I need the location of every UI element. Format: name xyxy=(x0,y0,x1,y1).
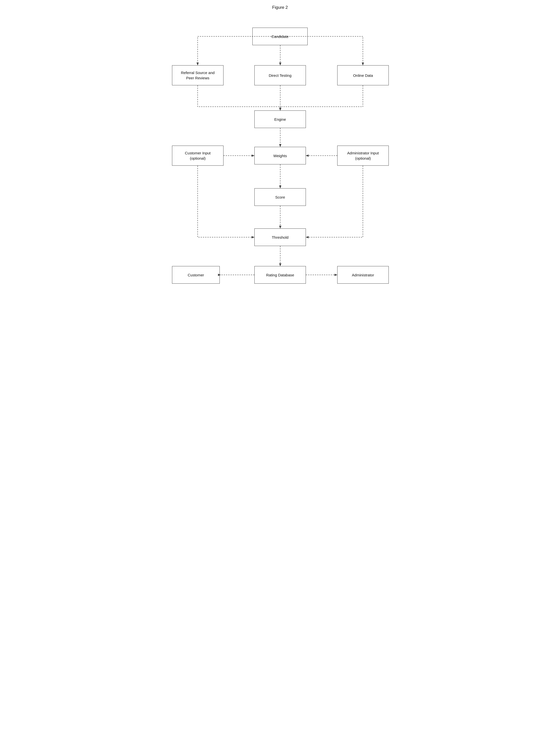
candidate-box: Candidate xyxy=(252,28,308,45)
admin-input-box: Administrator Input (optional) xyxy=(337,146,389,166)
customer-label: Customer xyxy=(188,272,204,278)
direct-testing-box: Direct Testing xyxy=(254,65,306,85)
rating-db-box: Rating Database xyxy=(254,266,306,284)
figure-title: Figure 2 xyxy=(163,5,397,10)
engine-label: Engine xyxy=(274,117,286,122)
customer-input-box: Customer Input (optional) xyxy=(172,146,223,166)
threshold-label: Threshold xyxy=(272,235,289,240)
score-label: Score xyxy=(275,195,285,200)
referral-box: Referral Source and Peer Reviews xyxy=(172,65,223,85)
threshold-box: Threshold xyxy=(254,229,306,246)
weights-box: Weights xyxy=(254,147,306,164)
administrator-label: Administrator xyxy=(352,272,374,278)
engine-box: Engine xyxy=(254,111,306,128)
customer-box: Customer xyxy=(172,266,220,284)
referral-label: Referral Source and Peer Reviews xyxy=(181,70,214,81)
score-box: Score xyxy=(254,188,306,206)
candidate-label: Candidate xyxy=(271,34,289,39)
customer-input-label: Customer Input (optional) xyxy=(185,150,211,161)
online-data-label: Online Data xyxy=(353,73,373,78)
admin-input-label: Administrator Input (optional) xyxy=(347,150,379,161)
direct-testing-label: Direct Testing xyxy=(269,73,292,78)
weights-label: Weights xyxy=(273,153,287,158)
rating-db-label: Rating Database xyxy=(266,272,294,278)
administrator-box: Administrator xyxy=(337,266,389,284)
online-data-box: Online Data xyxy=(337,65,389,85)
